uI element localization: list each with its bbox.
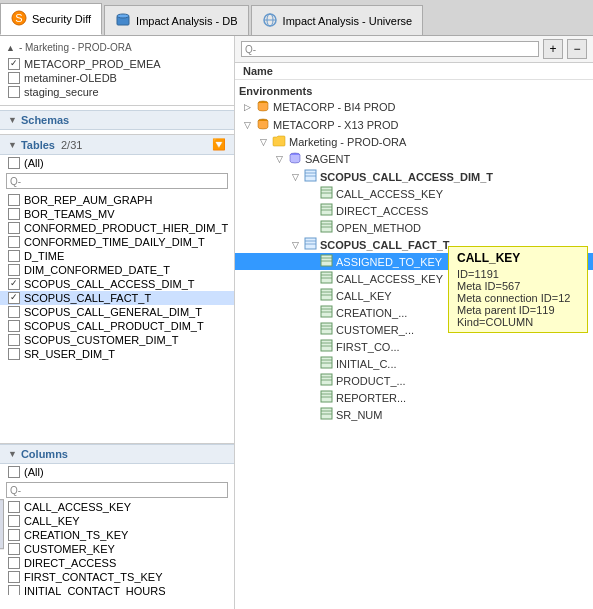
col-item-creation[interactable]: CREATION_TS_KEY [0, 528, 234, 542]
table-item-scopus-product[interactable]: SCOPUS_CALL_PRODUCT_DIM_T [0, 319, 234, 333]
marketing-prod-toggle-icon[interactable]: ▽ [257, 136, 269, 148]
table-item-conf-prod[interactable]: CONFORMED_PRODUCT_HIER_DIM_T [0, 221, 234, 235]
table-item-scopus-product-checkbox[interactable] [8, 320, 20, 332]
tab-impact-universe[interactable]: Impact Analysis - Universe [251, 5, 424, 35]
tree-col-direct-access[interactable]: DIRECT_ACCESS [235, 202, 593, 219]
tab-impact-db[interactable]: Impact Analysis - DB [104, 5, 248, 35]
metacorp-x13-toggle-icon[interactable]: ▽ [241, 119, 253, 131]
tree-metacorp-x13[interactable]: ▽ METACORP - X13 PROD [235, 116, 593, 134]
table-item-conf-time[interactable]: CONFORMED_TIME_DAILY_DIM_T [0, 235, 234, 249]
col-first-icon [320, 339, 333, 354]
col-direct-access-checkbox[interactable] [8, 557, 20, 569]
col-call-key-label: CALL_KEY [24, 515, 80, 527]
tree-col-open-method[interactable]: OPEN_METHOD [235, 219, 593, 236]
tables-count: 2/31 [61, 139, 82, 151]
tree-metacorp-bi4[interactable]: ▷ METACORP - BI4 PROD [235, 98, 593, 116]
right-search-box[interactable]: Q- [241, 41, 539, 57]
tables-search-box[interactable]: Q- [6, 173, 228, 189]
col-item-customer[interactable]: CUSTOMER_KEY [0, 542, 234, 556]
col-call-key-checkbox[interactable] [8, 515, 20, 527]
table-item-scopus-general[interactable]: SCOPUS_CALL_GENERAL_DIM_T [0, 305, 234, 319]
tree-scopus-access-dim[interactable]: ▽ SCOPUS_CALL_ACCESS_DIM_T [235, 168, 593, 185]
tab-bar: S Security Diff Impact Analysis - DB Imp… [0, 0, 593, 36]
table-item-sr-user[interactable]: SR_USER_DIM_T [0, 347, 234, 361]
col-item-direct-access[interactable]: DIRECT_ACCESS [0, 556, 234, 570]
table-item-scopus-customer[interactable]: SCOPUS_CUSTOMER_DIM_T [0, 333, 234, 347]
tables-filter-icon[interactable]: 🔽 [212, 138, 226, 151]
connection-metacorp-checkbox[interactable] [8, 58, 20, 70]
tables-header[interactable]: ▼ Tables 2/31 🔽 [0, 135, 234, 155]
col-call-access-key-checkbox[interactable] [8, 501, 20, 513]
col-item-first-contact[interactable]: FIRST_CONTACT_TS_KEY [0, 570, 234, 584]
tree-col-call-access-key[interactable]: CALL_ACCESS_KEY [235, 185, 593, 202]
table-item-bor-teams[interactable]: BOR_TEAMS_MV [0, 207, 234, 221]
columns-all-checkbox[interactable] [8, 466, 20, 478]
table-item-dim-conf[interactable]: DIM_CONFORMED_DATE_T [0, 263, 234, 277]
marketing-prod-folder-icon [272, 135, 286, 149]
add-button[interactable]: + [543, 39, 563, 59]
table-item-bor-rep[interactable]: BOR_REP_AUM_GRAPH [0, 193, 234, 207]
impact-universe-icon [262, 12, 278, 30]
environments-label: Environments [239, 85, 312, 97]
tables-list: BOR_REP_AUM_GRAPH BOR_TEAMS_MV CONFORMED… [0, 191, 234, 443]
minus-button[interactable]: − [567, 39, 587, 59]
tree-col-sr-num[interactable]: SR_NUM [235, 406, 593, 423]
col-item-call-access-key[interactable]: CALL_ACCESS_KEY [0, 500, 234, 514]
columns-search-box[interactable]: Q- [6, 482, 228, 498]
tree-col-product[interactable]: PRODUCT_... [235, 372, 593, 389]
col-call-access-key-label: CALL_ACCESS_KEY [336, 188, 443, 200]
columns-search-input[interactable] [21, 484, 224, 496]
table-item-scopus-fact[interactable]: SCOPUS_CALL_FACT_T [0, 291, 234, 305]
sagent-schema-icon [288, 151, 302, 167]
table-item-d-time-label: D_TIME [24, 250, 64, 262]
connection-metacorp: METACORP_PROD_EMEA [8, 57, 226, 71]
col-customer-checkbox[interactable] [8, 543, 20, 555]
filters-badge: Filters: 2 [0, 499, 4, 549]
tables-search-input[interactable] [21, 175, 224, 187]
col-item-call-key[interactable]: CALL_KEY [0, 514, 234, 528]
scopus-access-toggle-icon[interactable]: ▽ [289, 171, 301, 183]
col-customer-space2 [305, 324, 317, 336]
table-item-dim-conf-checkbox[interactable] [8, 264, 20, 276]
svg-text:S: S [15, 12, 22, 24]
tree-marketing-prod[interactable]: ▽ Marketing - PROD-ORA [235, 134, 593, 150]
col-call-access-key2-space [305, 273, 317, 285]
col-initial-checkbox[interactable] [8, 585, 20, 595]
table-item-scopus-access-checkbox[interactable] [8, 278, 20, 290]
table-item-bor-teams-checkbox[interactable] [8, 208, 20, 220]
scopus-access-label: SCOPUS_CALL_ACCESS_DIM_T [320, 171, 493, 183]
col-product-space [305, 375, 317, 387]
metacorp-bi4-toggle-icon[interactable]: ▷ [241, 101, 253, 113]
table-item-conf-prod-checkbox[interactable] [8, 222, 20, 234]
table-item-scopus-customer-checkbox[interactable] [8, 334, 20, 346]
tab-security-diff[interactable]: S Security Diff [0, 3, 102, 35]
col-creation-checkbox[interactable] [8, 529, 20, 541]
col-first-contact-checkbox[interactable] [8, 571, 20, 583]
schemas-header[interactable]: ▼ Schemas [0, 110, 234, 130]
connection-metaminer-checkbox[interactable] [8, 72, 20, 84]
table-item-conf-time-checkbox[interactable] [8, 236, 20, 248]
sagent-toggle-icon[interactable]: ▽ [273, 153, 285, 165]
table-item-scopus-general-checkbox[interactable] [8, 306, 20, 318]
tree-col-reporter[interactable]: REPORTER... [235, 389, 593, 406]
col-item-initial[interactable]: INITIAL_CONTACT_HOURS [0, 584, 234, 595]
metacorp-bi4-label: METACORP - BI4 PROD [273, 101, 395, 113]
col-initial-icon [320, 356, 333, 371]
tables-all-checkbox[interactable] [8, 157, 20, 169]
connection-staging-checkbox[interactable] [8, 86, 20, 98]
tree-col-first[interactable]: FIRST_CO... [235, 338, 593, 355]
scopus-access-table-icon [304, 169, 317, 184]
tree-col-initial[interactable]: INITIAL_C... [235, 355, 593, 372]
table-item-scopus-access[interactable]: SCOPUS_CALL_ACCESS_DIM_T [0, 277, 234, 291]
scopus-fact-toggle-icon[interactable]: ▽ [289, 239, 301, 251]
tree-sagent[interactable]: ▽ SAGENT [235, 150, 593, 168]
right-search-input[interactable] [256, 43, 535, 55]
table-item-bor-rep-checkbox[interactable] [8, 194, 20, 206]
table-item-sr-user-checkbox[interactable] [8, 348, 20, 360]
table-item-scopus-fact-checkbox[interactable] [8, 292, 20, 304]
col-call-key-label: CALL_KEY [336, 290, 392, 302]
table-item-d-time-checkbox[interactable] [8, 250, 20, 262]
col-sr-num-icon [320, 407, 333, 422]
table-item-d-time[interactable]: D_TIME [0, 249, 234, 263]
columns-header[interactable]: ▼ Columns [0, 444, 234, 464]
